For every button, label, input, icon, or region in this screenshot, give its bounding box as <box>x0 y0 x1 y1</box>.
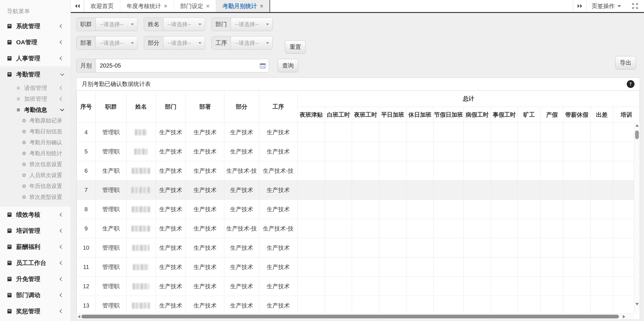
column-header-白班工时: 白班工时 <box>325 107 352 123</box>
sidebar-subitem-加班管理[interactable]: ≡加班管理 <box>0 93 70 104</box>
cell-stat <box>563 238 590 257</box>
sidebar-leaf-label: 人员班次设置 <box>29 172 62 179</box>
chevron-left-icon <box>60 97 64 101</box>
tab-考勤月别统计[interactable]: 考勤月别统计× <box>216 0 270 12</box>
sidebar-subitem-请假管理[interactable]: ≡请假管理 <box>0 82 70 93</box>
sidebar-leaf-班次信息设置[interactable]: ⚙班次信息设置 <box>0 159 70 170</box>
cell-stat <box>491 238 518 257</box>
sidebar-item-绩效考核[interactable]: 绩效考核 <box>0 207 70 223</box>
sidebar-item-部门调动[interactable]: 部门调动 <box>0 287 70 303</box>
table-row[interactable]: 8管理职生产技术生产技术生产技术生产技术 <box>77 200 640 219</box>
cell-stat <box>379 238 406 257</box>
vertical-scroll-thumb[interactable] <box>635 130 639 139</box>
sidebar-leaf-考勤原始记录[interactable]: ⚙考勤原始记录 <box>0 115 70 126</box>
chevron-left-icon <box>60 24 64 28</box>
table-row[interactable]: 5管理职生产技术生产技术生产技术生产技术 <box>77 142 640 161</box>
close-icon[interactable]: × <box>206 3 210 9</box>
cell-stat <box>298 180 325 200</box>
scroll-down-arrow-icon[interactable] <box>635 303 639 305</box>
tab-部门设定[interactable]: 部门设定× <box>174 0 216 12</box>
tabs-holder: 欢迎首页年度考核统计×部门设定×考勤月别统计× <box>84 0 270 12</box>
sidebar-leaf-考勤月别确认[interactable]: ⚙考勤月别确认 <box>0 137 70 148</box>
sidebar-item-员工工作台[interactable]: 员工工作台 <box>0 255 70 271</box>
filter-group-部署: 部署--请选择-- <box>76 36 137 50</box>
cell-stat <box>325 238 352 257</box>
vertical-scrollbar[interactable] <box>634 122 640 314</box>
stats-table: 序号职群姓名部门部署部分工序总计夜班津贴白班工时夜班工时平日加班休日加班节假日加… <box>77 91 640 314</box>
table-row[interactable]: 13管理职生产技术生产技术生产技术生产技术 <box>77 296 640 314</box>
gear-icon: ⚙ <box>22 183 26 189</box>
cell-stat <box>491 219 518 238</box>
export-button[interactable]: 导出 <box>615 56 636 70</box>
table-row[interactable]: 6生产职生产技术生产技术生产技术-技生产技术-技 <box>77 161 640 180</box>
filter-select-职群[interactable]: --请选择-- <box>96 18 137 31</box>
cell-section: 生产技术 <box>224 123 259 142</box>
calendar-icon[interactable] <box>260 63 266 69</box>
gear-icon: ⚙ <box>22 151 26 156</box>
query-button[interactable]: 查询 <box>278 59 298 72</box>
sidebar-leaf-班次类型设置[interactable]: ⚙班次类型设置 <box>0 192 70 203</box>
cell-name <box>126 219 156 238</box>
scroll-tabs-right-button[interactable] <box>573 0 586 12</box>
sidebar-item-人事管理[interactable]: 人事管理 <box>0 50 70 66</box>
table-row[interactable]: 10管理职生产技术生产技术生产技术生产技术 <box>77 238 640 257</box>
sidebar-item-系统管理[interactable]: 系统管理 <box>0 18 70 34</box>
filter-select-部分[interactable]: --请选择-- <box>163 36 205 49</box>
month-input[interactable] <box>96 59 260 72</box>
cell-name <box>126 257 156 277</box>
filter-select-工序[interactable]: --请选择-- <box>231 36 272 49</box>
close-icon[interactable]: × <box>164 3 167 9</box>
filter-group-部分: 部分--请选择-- <box>144 36 205 50</box>
column-header-事假工时: 事假工时 <box>491 107 518 123</box>
close-icon[interactable]: × <box>260 3 263 9</box>
sidebar-item-考勤管理[interactable]: 考勤管理 <box>0 66 70 82</box>
sidebar-item-奖惩管理[interactable]: 奖惩管理 <box>0 303 70 319</box>
book-icon <box>7 56 12 61</box>
book-icon <box>7 228 12 233</box>
filter-select-部门[interactable]: --请选择-- <box>231 18 272 31</box>
cell-stat <box>379 296 406 314</box>
table-row[interactable]: 7管理职生产技术生产技术生产技术生产技术 <box>77 180 640 200</box>
column-header-部门: 部门 <box>156 91 186 123</box>
tab-欢迎首页[interactable]: 欢迎首页 <box>84 0 120 12</box>
scroll-tabs-left-button[interactable] <box>71 0 84 12</box>
select-value: --请选择-- <box>100 21 123 28</box>
cell-stat <box>352 161 379 180</box>
sidebar-leaf-年历信息设置[interactable]: ⚙年历信息设置 <box>0 181 70 192</box>
chevron-left-icon <box>60 245 64 249</box>
fullscreen-button[interactable] <box>626 0 644 12</box>
scroll-up-arrow-icon[interactable] <box>635 124 639 127</box>
tab-operations-dropdown[interactable]: 页签操作 <box>586 0 626 12</box>
redacted-name <box>135 129 147 135</box>
scroll-left-arrow-icon[interactable] <box>78 315 80 318</box>
sidebar-item-薪酬福利[interactable]: 薪酬福利 <box>0 239 70 255</box>
horizontal-scrollbar[interactable] <box>77 314 634 320</box>
sidebar-item-培训管理[interactable]: 培训管理 <box>0 223 70 239</box>
table-row[interactable]: 4管理职生产技术生产技术生产技术生产技术 <box>77 123 640 142</box>
redacted-name <box>131 187 150 193</box>
cell-group: 管理职 <box>95 180 126 200</box>
sidebar-item-升免管理[interactable]: 升免管理 <box>0 271 70 287</box>
cell-dept: 生产技术 <box>156 142 186 161</box>
cell-group: 管理职 <box>95 257 126 277</box>
cell-stat <box>434 219 464 238</box>
collapse-panel-button[interactable]: ↑ <box>627 80 635 88</box>
sidebar-leaf-考勤日别信息[interactable]: ⚙考勤日别信息 <box>0 126 70 137</box>
gear-icon: ⚙ <box>22 162 26 167</box>
filter-select-姓名[interactable]: --请选择-- <box>163 18 205 31</box>
sidebar-leaf-考勤月别统计[interactable]: ⚙考勤月别统计 <box>0 148 70 159</box>
reset-button[interactable]: 重置 <box>285 40 306 54</box>
sidebar-item-OA管理[interactable]: OA管理 <box>0 34 70 50</box>
table-row[interactable]: 11管理职生产技术生产技术生产技术生产技术 <box>77 257 640 277</box>
table-row[interactable]: 12管理职生产技术生产技术生产技术生产技术 <box>77 277 640 296</box>
column-header-出差: 出差 <box>591 107 613 123</box>
table-row[interactable]: 9生产职生产技术生产技术生产技术-技生产技术-技 <box>77 219 640 238</box>
filter-select-部署[interactable]: --请选择-- <box>96 36 137 49</box>
horizontal-scroll-thumb[interactable] <box>81 315 619 318</box>
cell-stat <box>406 180 433 200</box>
tab-年度考核统计[interactable]: 年度考核统计× <box>120 0 174 12</box>
sidebar-subitem-考勤信息[interactable]: ≡考勤信息 <box>0 104 70 115</box>
sidebar-leaf-人员班次设置[interactable]: ⚙人员班次设置 <box>0 170 70 181</box>
scroll-right-arrow-icon[interactable] <box>623 315 625 318</box>
cell-stat <box>406 257 433 277</box>
